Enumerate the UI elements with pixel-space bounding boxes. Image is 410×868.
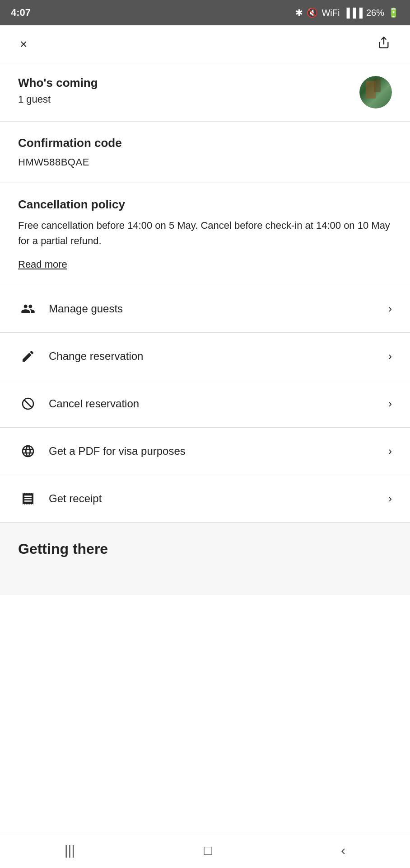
avatar (359, 76, 392, 108)
cancel-icon (18, 394, 38, 414)
getting-there-title: Getting there (18, 541, 392, 557)
change-reservation-chevron: › (388, 350, 392, 363)
back-nav-button[interactable]: ‹ (327, 838, 359, 863)
bluetooth-icon: ✱ (295, 7, 303, 18)
battery-icon: 🔋 (388, 7, 399, 18)
cancel-reservation-label: Cancel reservation (49, 397, 388, 410)
people-icon (18, 299, 38, 319)
whos-coming-section: Who's coming 1 guest (0, 63, 410, 122)
confirmation-code-title: Confirmation code (18, 136, 392, 150)
cancellation-policy-text: Free cancellation before 14:00 on 5 May.… (18, 218, 392, 249)
pencil-icon (18, 346, 38, 366)
confirmation-code-value: HMW588BQAE (18, 156, 392, 168)
share-button[interactable] (376, 34, 392, 54)
home-nav-button[interactable]: □ (191, 838, 226, 863)
share-icon (377, 36, 390, 49)
confirmation-code-section: Confirmation code HMW588BQAE (0, 122, 410, 183)
avatar-image (359, 76, 392, 108)
status-bar: 4:07 ✱ 🔇 WiFi ▐▐▐ 26% 🔋 (0, 0, 410, 25)
manage-guests-chevron: › (388, 302, 392, 315)
close-button[interactable]: × (18, 35, 29, 53)
guest-count: 1 guest (18, 94, 98, 105)
battery-percent: 26% (366, 8, 384, 18)
mute-icon: 🔇 (307, 7, 318, 18)
pdf-visa-item[interactable]: Get a PDF for visa purposes › (0, 428, 410, 475)
pdf-visa-chevron: › (388, 445, 392, 458)
signal-icon: ▐▐▐ (343, 8, 363, 18)
cancel-reservation-chevron: › (388, 397, 392, 410)
whos-coming-text: Who's coming 1 guest (18, 76, 98, 105)
menu-nav-button[interactable]: ||| (51, 838, 89, 863)
change-reservation-label: Change reservation (49, 350, 388, 363)
receipt-icon (18, 489, 38, 509)
cancel-reservation-item[interactable]: Cancel reservation › (0, 380, 410, 428)
change-reservation-item[interactable]: Change reservation › (0, 333, 410, 380)
manage-guests-item[interactable]: Manage guests › (0, 285, 410, 333)
cancellation-policy-title: Cancellation policy (18, 198, 392, 212)
read-more-link[interactable]: Read more (18, 259, 67, 270)
whos-coming-title: Who's coming (18, 76, 98, 90)
status-icons: ✱ 🔇 WiFi ▐▐▐ 26% 🔋 (295, 7, 399, 18)
get-receipt-item[interactable]: Get receipt › (0, 475, 410, 523)
main-content: Who's coming 1 guest Confirmation code H… (0, 63, 410, 631)
menu-list: Manage guests › Change reservation › Can… (0, 285, 410, 523)
wifi-icon: WiFi (321, 8, 340, 18)
getting-there-section: Getting there (0, 523, 410, 595)
bottom-nav: ||| □ ‹ (0, 832, 410, 868)
top-nav: × (0, 25, 410, 63)
get-receipt-label: Get receipt (49, 492, 388, 505)
manage-guests-label: Manage guests (49, 302, 388, 315)
globe-icon (18, 441, 38, 461)
cancellation-policy-section: Cancellation policy Free cancellation be… (0, 183, 410, 285)
get-receipt-chevron: › (388, 492, 392, 505)
status-time: 4:07 (11, 7, 31, 19)
pdf-visa-label: Get a PDF for visa purposes (49, 445, 388, 458)
